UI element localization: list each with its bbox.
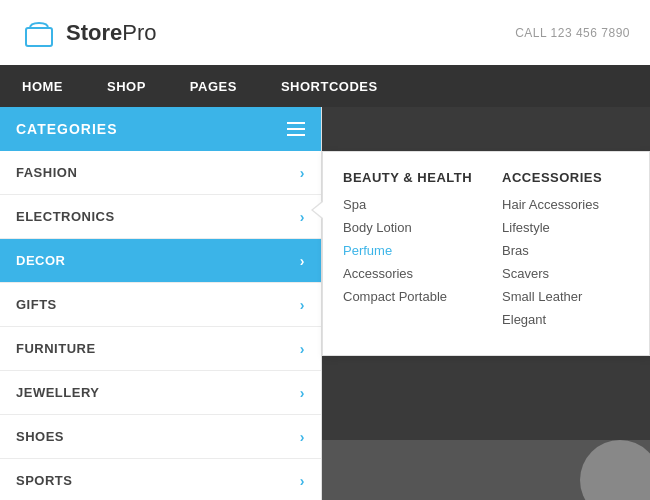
accessories-title: ACCESSORIES <box>502 170 629 185</box>
dropdown-link-lifestyle[interactable]: Lifestyle <box>502 220 629 235</box>
sidebar: CATEGORIES FASHION › ELECTRONICS › DECOR… <box>0 107 322 500</box>
sidebar-header[interactable]: CATEGORIES <box>0 107 321 151</box>
header: StorePro CALL 123 456 7890 <box>0 0 650 65</box>
chevron-right-icon: › <box>300 473 305 489</box>
logo-bag-icon <box>20 14 58 52</box>
chevron-right-icon: › <box>300 253 305 269</box>
sidebar-item-label: FURNITURE <box>16 341 96 356</box>
dropdown-link-compact-portable[interactable]: Compact Portable <box>343 289 472 304</box>
sidebar-item-sports[interactable]: SPORTS › <box>0 459 321 500</box>
beauty-health-title: BEAUTY & HEALTH <box>343 170 472 185</box>
phone-label: CALL 123 456 7890 <box>515 26 630 40</box>
dropdown-columns: BEAUTY & HEALTH Spa Body Lotion Perfume … <box>343 170 629 335</box>
dropdown-col-accessories: ACCESSORIES Hair Accessories Lifestyle B… <box>502 170 629 335</box>
chevron-right-icon: › <box>300 297 305 313</box>
sidebar-item-label: JEWELLERY <box>16 385 99 400</box>
bottom-image-area <box>322 440 650 500</box>
sidebar-item-decor[interactable]: DECOR › <box>0 239 321 283</box>
logo[interactable]: StorePro <box>20 14 157 52</box>
dropdown-link-spa[interactable]: Spa <box>343 197 472 212</box>
dropdown-link-perfume[interactable]: Perfume <box>343 243 472 258</box>
sidebar-item-label: FASHION <box>16 165 77 180</box>
sidebar-item-fashion[interactable]: FASHION › <box>0 151 321 195</box>
chevron-right-icon: › <box>300 385 305 401</box>
sidebar-item-label: DECOR <box>16 253 65 268</box>
nav-home[interactable]: HOME <box>0 65 85 107</box>
sidebar-item-label: SPORTS <box>16 473 72 488</box>
dropdown-link-body-lotion[interactable]: Body Lotion <box>343 220 472 235</box>
chevron-right-icon: › <box>300 165 305 181</box>
dropdown-link-elegant[interactable]: Elegant <box>502 312 629 327</box>
dropdown-link-hair-accessories[interactable]: Hair Accessories <box>502 197 629 212</box>
chevron-right-icon: › <box>300 341 305 357</box>
navbar: HOME SHOP PAGES SHORTCODES <box>0 65 650 107</box>
sidebar-item-gifts[interactable]: GIFTS › <box>0 283 321 327</box>
dropdown-panel: BEAUTY & HEALTH Spa Body Lotion Perfume … <box>322 151 650 356</box>
categories-label: CATEGORIES <box>16 121 118 137</box>
logo-text: StorePro <box>66 20 157 46</box>
nav-shop[interactable]: SHOP <box>85 65 168 107</box>
sidebar-item-jewellery[interactable]: JEWELLERY › <box>0 371 321 415</box>
sidebar-item-label: ELECTRONICS <box>16 209 115 224</box>
dropdown-link-small-leather[interactable]: Small Leather <box>502 289 629 304</box>
panel-arrow <box>313 202 323 218</box>
svg-rect-0 <box>26 28 52 46</box>
dropdown-link-accessories[interactable]: Accessories <box>343 266 472 281</box>
nav-pages[interactable]: PAGES <box>168 65 259 107</box>
dropdown-link-scavers[interactable]: Scavers <box>502 266 629 281</box>
nav-shortcodes[interactable]: SHORTCODES <box>259 65 400 107</box>
sidebar-item-furniture[interactable]: FURNITURE › <box>0 327 321 371</box>
dropdown-link-bras[interactable]: Bras <box>502 243 629 258</box>
sidebar-item-label: GIFTS <box>16 297 57 312</box>
sidebar-item-shoes[interactable]: SHOES › <box>0 415 321 459</box>
hamburger-icon[interactable] <box>287 122 305 136</box>
chevron-right-icon: › <box>300 209 305 225</box>
decorative-shape <box>580 440 650 500</box>
sidebar-item-label: SHOES <box>16 429 64 444</box>
sidebar-item-electronics[interactable]: ELECTRONICS › <box>0 195 321 239</box>
chevron-right-icon: › <box>300 429 305 445</box>
main-area: CATEGORIES FASHION › ELECTRONICS › DECOR… <box>0 107 650 500</box>
dropdown-col-beauty: BEAUTY & HEALTH Spa Body Lotion Perfume … <box>343 170 472 335</box>
